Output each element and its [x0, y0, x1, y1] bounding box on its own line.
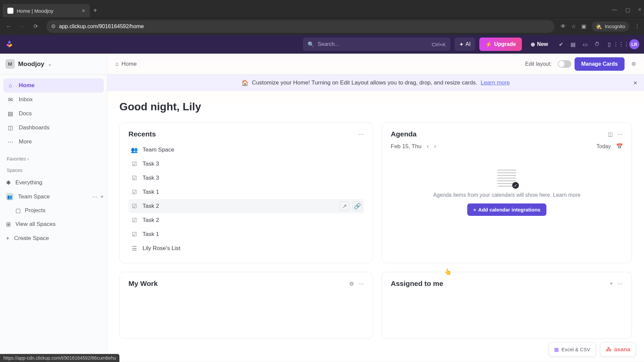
sidebar-item-everything[interactable]: ✱ Everything — [0, 176, 107, 190]
favorites-section[interactable]: Favorites › — [0, 153, 107, 164]
task-check-icon: ☑ — [130, 189, 138, 196]
url-text: app.clickup.com/9016164592/home — [59, 23, 144, 29]
recent-item-team-space[interactable]: 👥 Team Space — [128, 143, 364, 157]
sparkle-icon: ✦ — [459, 41, 464, 48]
close-window-icon[interactable]: × — [638, 7, 641, 13]
manage-cards-button[interactable]: Manage Cards — [575, 57, 625, 71]
more-icon[interactable]: ⋯ — [618, 281, 623, 287]
recent-item-task[interactable]: ☑ Task 2 ↗ 🔗 — [128, 199, 364, 213]
ai-button[interactable]: ✦ AI — [454, 38, 475, 51]
more-icon[interactable]: ⋯ — [618, 131, 623, 137]
doc-icon[interactable]: ▯ — [605, 40, 613, 48]
grid-icon: ⊞ — [6, 221, 11, 228]
maximize-icon[interactable]: ▢ — [625, 7, 630, 13]
recent-item-list[interactable]: ☰ Lily Rose's List — [128, 241, 364, 255]
plus-icon: + — [473, 207, 476, 213]
ai-label: AI — [466, 41, 471, 47]
import-excel-chip[interactable]: ▦ Excel & CSV — [548, 342, 596, 357]
recent-label: Task 3 — [143, 161, 159, 167]
add-calendar-label: Add calendar integrations — [478, 207, 540, 213]
today-button[interactable]: Today — [596, 143, 611, 149]
upgrade-button[interactable]: ⚡ Upgrade — [479, 38, 522, 51]
recent-item-task[interactable]: ☑ Task 1 — [128, 227, 364, 241]
more-icon[interactable]: ⋯ — [359, 281, 364, 287]
global-search-input[interactable]: 🔍 Search... Ctrl+K — [303, 38, 450, 51]
sidebar-item-projects[interactable]: ▢ Projects — [0, 204, 107, 217]
workspace-selector[interactable]: M Moodjoy ⌄ — [0, 54, 107, 74]
reload-button[interactable]: ⟳ — [31, 22, 40, 31]
agenda-empty-text: Agenda items from your calendars will sh… — [433, 192, 580, 198]
close-icon[interactable]: × — [633, 79, 637, 87]
more-icon[interactable]: ⋯ — [92, 193, 98, 200]
sidebar-item-inbox[interactable]: ✉ Inbox — [3, 93, 104, 107]
gear-icon[interactable]: ⚙ — [349, 281, 354, 287]
next-day-button[interactable]: › — [434, 143, 436, 150]
site-settings-icon[interactable]: ⚙ — [51, 23, 56, 29]
sidebar: M Moodjoy ⌄ ⌂ Home ✉ Inbox ▤ Docs ◫ Dash… — [0, 54, 107, 361]
new-tab-button[interactable]: + — [93, 7, 97, 14]
browser-tab-strip: Home | Moodjoy × + — ▢ × — [0, 0, 644, 17]
apps-grid-icon[interactable]: ⋮⋮⋮ — [617, 40, 625, 48]
sidebar-collapse-icon[interactable]: ◫ — [608, 131, 613, 137]
recent-item-task[interactable]: ☑ Task 2 — [128, 213, 364, 227]
home-icon: ⌂ — [7, 82, 14, 89]
browser-address-bar: ← → ⟳ ⚙ app.clickup.com/9016164592/home … — [0, 17, 644, 35]
stopwatch-icon[interactable]: ⏱ — [593, 40, 601, 48]
incognito-label: Incognito — [605, 23, 625, 29]
info-banner: 🏠 Customize your Home! Turning on Edit L… — [107, 74, 644, 91]
sidebar-label: Docs — [19, 110, 32, 117]
sidebar-label: Home — [19, 82, 35, 89]
gear-icon[interactable]: ⚙ — [631, 61, 636, 67]
back-button[interactable]: ← — [4, 22, 13, 31]
sidebar-label: View all Spaces — [15, 221, 56, 228]
banner-learn-more-link[interactable]: Learn more — [481, 79, 510, 86]
url-input[interactable]: ⚙ app.clickup.com/9016164592/home — [46, 20, 554, 33]
calendar-icon[interactable]: 📅 — [616, 143, 623, 149]
lightning-icon: ⚡ — [485, 41, 492, 48]
browser-menu-icon[interactable]: ⋮ — [635, 23, 640, 29]
recent-item-task[interactable]: ☑ Task 1 — [128, 185, 364, 199]
recents-list: 👥 Team Space ☑ Task 3 ☑ Task 3 ☑ — [128, 143, 364, 255]
sidebar-item-docs[interactable]: ▤ Docs — [3, 107, 104, 121]
workspace-badge: M — [5, 59, 15, 69]
user-avatar[interactable]: LR — [629, 39, 639, 49]
minimize-icon[interactable]: — — [612, 7, 617, 13]
add-calendar-button[interactable]: + Add calendar integrations — [467, 203, 546, 216]
check-circle-icon[interactable]: ✔ — [557, 40, 565, 48]
sidebar-item-team-space[interactable]: 👥 Team Space ⋯ + — [0, 190, 107, 204]
main-header: ⌂ Home Edit layout: Manage Cards ⚙ — [107, 54, 644, 74]
panel-icon[interactable]: ▣ — [581, 23, 586, 29]
sidebar-item-dashboards[interactable]: ◫ Dashboards — [3, 121, 104, 135]
task-check-icon: ☑ — [130, 203, 138, 210]
recent-item-task[interactable]: ☑ Task 3 — [128, 171, 364, 185]
prev-day-button[interactable]: ‹ — [427, 143, 429, 150]
recent-label: Task 1 — [143, 189, 159, 195]
learn-more-link[interactable]: Learn more — [553, 192, 581, 198]
bookmark-icon[interactable]: ☆ — [571, 23, 576, 29]
import-asana-chip[interactable]: asana — [600, 342, 636, 357]
folder-icon: ▢ — [15, 207, 21, 214]
app-logo[interactable] — [5, 40, 14, 49]
eye-off-icon[interactable]: 👁 — [560, 23, 566, 29]
assigned-to-me-card: Assigned to me + ⋯ — [382, 272, 632, 339]
home-icon: ⌂ — [115, 61, 119, 67]
link-icon[interactable]: 🔗 — [353, 201, 362, 211]
close-icon[interactable]: × — [82, 7, 85, 14]
new-button[interactable]: ⊕ New — [526, 38, 553, 51]
sidebar-item-home[interactable]: ⌂ Home — [3, 78, 104, 93]
notepad-icon[interactable]: ▤ — [569, 40, 577, 48]
plus-icon[interactable]: + — [100, 193, 104, 200]
open-new-tab-icon[interactable]: ↗ — [340, 201, 349, 211]
breadcrumb[interactable]: ⌂ Home — [115, 61, 137, 67]
sidebar-item-more[interactable]: ⋯ More — [3, 135, 104, 149]
forward-button[interactable]: → — [17, 22, 27, 31]
incognito-icon: 🕵 — [596, 23, 602, 29]
edit-layout-toggle[interactable] — [558, 60, 571, 68]
sidebar-item-view-all-spaces[interactable]: ⊞ View all Spaces — [0, 217, 107, 231]
sidebar-item-create-space[interactable]: + Create Space — [0, 231, 107, 245]
more-icon[interactable]: ⋯ — [359, 131, 364, 137]
browser-tab[interactable]: Home | Moodjoy × — [3, 4, 90, 17]
video-icon[interactable]: ▭ — [581, 40, 589, 48]
plus-icon[interactable]: + — [610, 281, 613, 287]
recent-item-task[interactable]: ☑ Task 3 — [128, 157, 364, 171]
